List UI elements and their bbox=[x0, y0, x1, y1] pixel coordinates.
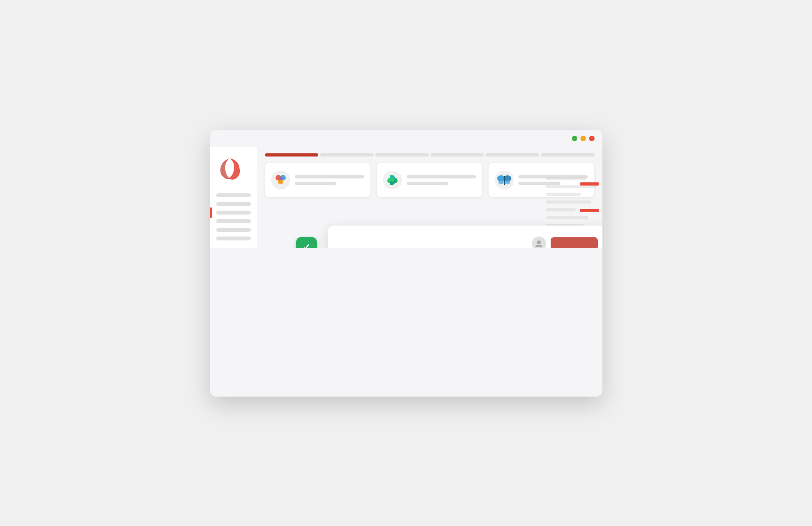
main-area: ✓ bbox=[257, 147, 602, 248]
avatar-icon[interactable] bbox=[532, 237, 546, 248]
sidebar-item-4[interactable] bbox=[216, 219, 251, 223]
app-card-icon-1 bbox=[271, 171, 290, 189]
traffic-light-red[interactable] bbox=[589, 136, 595, 141]
sidebar-bar-3 bbox=[216, 211, 251, 215]
tab-4[interactable] bbox=[431, 153, 484, 157]
tab-3[interactable] bbox=[375, 153, 429, 157]
app-card-line-2a bbox=[407, 175, 476, 178]
sidebar bbox=[210, 147, 257, 248]
traffic-lights bbox=[572, 136, 595, 141]
tab-active[interactable] bbox=[265, 153, 319, 157]
sidebar-item-1[interactable] bbox=[216, 193, 251, 197]
svg-point-14 bbox=[498, 180, 504, 184]
tab-2[interactable] bbox=[320, 153, 374, 157]
app-logo[interactable] bbox=[216, 155, 244, 182]
svg-point-4 bbox=[279, 177, 283, 180]
sidebar-bar-1 bbox=[216, 193, 251, 197]
browser-titlebar bbox=[210, 130, 602, 147]
sidebar-item-6[interactable] bbox=[216, 237, 251, 240]
sidebar-bar-4 bbox=[216, 219, 251, 223]
app-card-line-1a bbox=[295, 175, 364, 178]
browser-content: ✓ bbox=[210, 147, 602, 248]
checkmark-icon: ✓ bbox=[303, 242, 310, 248]
app-card-lines-1 bbox=[295, 175, 364, 185]
active-indicator bbox=[210, 207, 212, 218]
traffic-light-yellow[interactable] bbox=[580, 136, 586, 141]
check-button[interactable]: ✓ bbox=[296, 237, 317, 248]
scroll-bar-top[interactable] bbox=[580, 182, 599, 186]
tab-5[interactable] bbox=[485, 153, 539, 157]
scroll-indicators bbox=[580, 182, 599, 212]
tab-6[interactable] bbox=[541, 153, 595, 157]
sidebar-bar-6 bbox=[216, 237, 251, 240]
action-button[interactable] bbox=[551, 237, 598, 248]
sidebar-bar-5 bbox=[216, 228, 251, 232]
browser-window: ✓ bbox=[210, 130, 602, 397]
svg-point-15 bbox=[505, 180, 510, 184]
sidebar-item-5[interactable] bbox=[216, 228, 251, 232]
app-card-2[interactable] bbox=[377, 163, 482, 197]
scroll-bar-bottom[interactable] bbox=[580, 209, 599, 212]
app-card-icon-3 bbox=[495, 171, 514, 189]
app-card-icon-2 bbox=[383, 171, 402, 189]
sidebar-item-2[interactable] bbox=[216, 202, 251, 206]
svg-point-10 bbox=[391, 178, 394, 182]
app-card-line-2b bbox=[407, 182, 448, 185]
tab-bar bbox=[265, 153, 595, 157]
sidebar-item-3-active[interactable] bbox=[216, 211, 251, 215]
modal-header bbox=[340, 237, 598, 248]
app-card-lines-2 bbox=[407, 175, 476, 185]
app-card-1[interactable] bbox=[265, 163, 370, 197]
app-card-line-1b bbox=[295, 182, 336, 185]
svg-point-17 bbox=[537, 240, 541, 244]
traffic-light-green[interactable] bbox=[572, 136, 577, 141]
sidebar-bar-2 bbox=[216, 202, 251, 206]
modal-panel: CUSTOMER SEGMENTS CREATE PRICE Gold bbox=[328, 226, 602, 248]
